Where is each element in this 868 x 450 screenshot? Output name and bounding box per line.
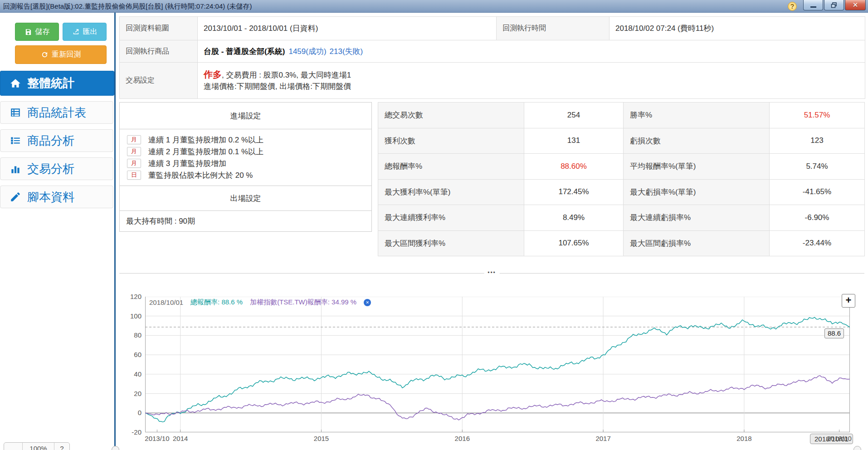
x-axis-tick-label: 2015	[314, 435, 329, 442]
stats-value: 131	[524, 128, 624, 154]
returns-chart-plot[interactable]: 2018/10/01 總報酬率: 88.6 % 加權指數(TSE.TW)報酬率:…	[145, 297, 850, 432]
condition-text: 連續 2 月董監持股增加 0.1 %以上	[148, 147, 263, 157]
legend-close-icon[interactable]: ✕	[364, 299, 371, 306]
frequency-badge: 日	[127, 171, 141, 180]
bar-chart-icon	[10, 163, 21, 175]
stats-value: 51.57%	[770, 103, 865, 128]
entry-exit-panel: 進場設定 月連續 1 月董監持股增加 0.2 %以上月連續 2 月董監持股增加 …	[119, 102, 372, 232]
range-control-segment[interactable]: 100%	[22, 443, 54, 450]
exec-time-label: 回測執行時間	[497, 17, 610, 40]
stats-label: 勝率%	[624, 103, 770, 128]
trade-settings-label: 交易設定	[120, 63, 198, 99]
x-axis-tick-label: 2016	[455, 435, 470, 442]
stats-value: 172.45%	[524, 180, 624, 205]
x-axis-tick-label: 2018	[736, 435, 751, 442]
stats-label: 最大獲利率%(單筆)	[378, 180, 524, 205]
restore-icon	[831, 2, 837, 8]
current-value-marker: 88.6	[824, 328, 844, 338]
product-name: 台股 - 普通股全部(系統)	[204, 46, 285, 57]
stats-label: 獲利次數	[378, 128, 524, 154]
sidebar-item-overall-stats[interactable]: 整體統計	[0, 71, 114, 96]
backtest-info-table: 回測資料範圍 2013/10/01 - 2018/10/01 (日資料) 回測執…	[119, 16, 865, 99]
performance-stats-table: 總交易次數254勝率%51.57%獲利次數131虧損次數123總報酬率%88.6…	[378, 102, 865, 256]
stats-value: 254	[524, 103, 624, 128]
restore-button[interactable]	[824, 0, 844, 10]
stats-value: 88.60%	[524, 154, 624, 180]
entry-condition-row: 月連續 1 月董監持股增加 0.2 %以上	[127, 134, 371, 146]
frequency-badge: 月	[127, 147, 141, 156]
trade-direction: 作多	[204, 69, 222, 79]
pane-splitter[interactable]: •••	[119, 273, 864, 274]
stats-label: 最大區間獲利率%	[378, 231, 524, 257]
chart-pan-handle-right[interactable]	[853, 446, 861, 450]
entry-condition-row: 月連續 2 月董監持股增加 0.1 %以上	[127, 146, 371, 157]
refresh-icon	[41, 51, 49, 59]
exit-rule: 最大持有時間 : 90期	[120, 211, 371, 231]
sidebar-item-label: 商品統計表	[27, 105, 86, 121]
frequency-badge: 月	[127, 135, 141, 144]
range-control-segment[interactable]: ?	[54, 443, 69, 450]
sidebar-menu: 整體統計商品統計表商品分析交易分析腳本資料	[0, 71, 114, 214]
stats-label: 虧損次數	[624, 128, 770, 154]
sidebar-item-product-stats-table[interactable]: 商品統計表	[0, 101, 113, 124]
legend-index-return: 加權指數(TSE.TW)報酬率: 34.99 %	[250, 298, 356, 307]
y-axis-tick-label: 20	[121, 390, 141, 397]
exit-settings-header: 出場設定	[120, 186, 371, 211]
legend-total-return: 總報酬率: 88.6 %	[190, 298, 243, 307]
trade-settings-value: 作多, 交易費用 : 股票0.3%, 最大同時進場1 進場價格:下期開盤價, 出…	[198, 63, 865, 99]
title-bar: 回測報告[選股](Beta版):02.董監持股偷偷佈局股[台股] (執行時間:0…	[0, 0, 868, 13]
chart-zoom-in-button[interactable]: +	[842, 294, 855, 308]
y-axis-tick-label: 100	[121, 312, 141, 320]
stats-label: 總報酬率%	[378, 154, 524, 180]
table-icon	[10, 107, 21, 118]
export-icon	[72, 28, 80, 36]
sidebar-item-label: 整體統計	[27, 75, 74, 91]
window-controls: ? ✕	[788, 0, 867, 11]
range-control-segment[interactable]	[4, 443, 22, 450]
save-button-label: 儲存	[35, 27, 50, 37]
chart-pan-handle-left[interactable]	[112, 446, 119, 450]
close-button[interactable]: ✕	[845, 0, 866, 10]
condition-text: 連續 3 月董監持股增加	[148, 158, 226, 169]
y-axis-tick-label: 120	[121, 293, 141, 300]
minimize-button[interactable]	[803, 0, 823, 10]
chart-range-control[interactable]: 100%?	[4, 442, 70, 450]
window-title: 回測報告[選股](Beta版):02.董監持股偷偷佈局股[台股] (執行時間:0…	[3, 2, 252, 11]
sidebar-item-trade-analysis[interactable]: 交易分析	[0, 157, 113, 180]
stats-label: 最大連續虧損率%	[624, 205, 770, 231]
product-value: 台股 - 普通股全部(系統) 1459(成功) 213(失敗)	[198, 40, 865, 63]
splitter-handle-dots[interactable]: •••	[484, 269, 500, 276]
x-axis-tick-label: 2014	[173, 435, 188, 442]
stats-value: -6.90%	[770, 205, 865, 231]
sidebar-item-product-analysis[interactable]: 商品分析	[0, 129, 113, 152]
sidebar-divider	[114, 13, 116, 450]
rerun-backtest-button[interactable]: 重新回測	[15, 45, 107, 64]
y-axis-tick-label: 0	[121, 409, 141, 416]
stats-label: 最大虧損率%(單筆)	[624, 180, 770, 205]
range-label: 回測資料範圍	[120, 17, 198, 40]
exec-time-value: 2018/10/02 07:24 (費時11秒)	[610, 17, 865, 40]
trade-line1: , 交易費用 : 股票0.3%, 最大同時進場1	[222, 71, 351, 79]
sidebar-item-label: 交易分析	[27, 161, 74, 177]
sidebar-item-script-data[interactable]: 腳本資料	[0, 186, 113, 208]
fail-count-link[interactable]: 213(失敗)	[330, 46, 363, 57]
help-icon[interactable]: ?	[788, 2, 797, 11]
stats-label: 總交易次數	[378, 103, 524, 128]
sidebar: 儲存 匯出 重新回測 整體統計商品統計表商品分析交易分析腳本資料	[0, 13, 114, 450]
sidebar-item-label: 腳本資料	[27, 189, 74, 205]
chart-legend: 2018/10/01 總報酬率: 88.6 % 加權指數(TSE.TW)報酬率:…	[149, 298, 371, 307]
stats-value: -41.65%	[770, 180, 865, 205]
stats-value: 123	[770, 128, 865, 154]
close-icon: ✕	[853, 1, 858, 9]
home-icon	[10, 78, 21, 89]
trade-line2: 進場價格:下期開盤價, 出場價格:下期開盤價	[204, 81, 351, 92]
entry-settings-header: 進場設定	[120, 103, 371, 129]
export-button-label: 匯出	[83, 27, 98, 37]
export-button[interactable]: 匯出	[63, 23, 107, 41]
stats-value: 5.74%	[770, 154, 865, 180]
condition-text: 董監持股佔股本比例大於 20 %	[148, 170, 253, 181]
save-button[interactable]: 儲存	[15, 23, 59, 41]
stats-value: 107.65%	[524, 231, 624, 257]
success-count-link[interactable]: 1459(成功)	[288, 46, 326, 57]
rerun-button-label: 重新回測	[52, 50, 81, 59]
